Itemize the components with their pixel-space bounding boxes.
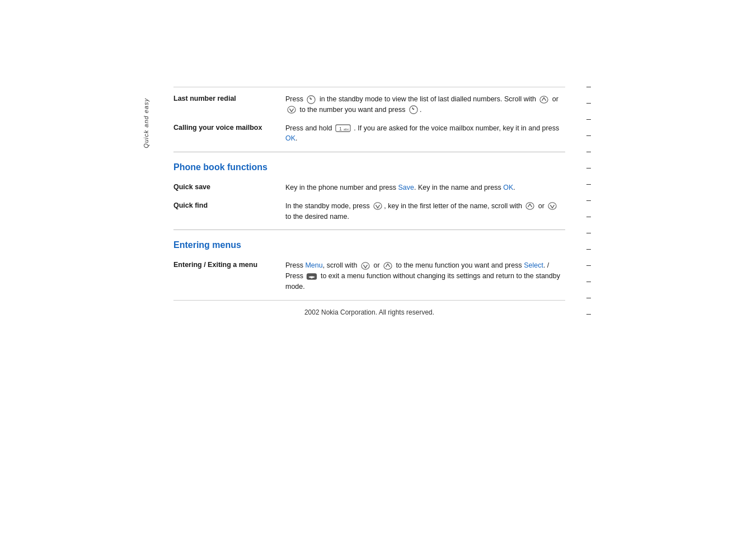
tick-14 [586,298,591,298]
tick-7 [586,184,591,185]
call-icon-2 [408,105,419,114]
tick-6 [586,168,591,168]
scroll-down-icon-3 [547,202,557,210]
quick-find-row: Quick find In the standby mode, press , … [173,201,565,222]
scroll-up-icon-2 [525,202,535,210]
entering-menus-divider [173,229,565,230]
select-link: Select [524,261,543,269]
bottom-divider [173,300,565,301]
top-divider [173,87,565,87]
endcall-icon [306,272,317,281]
ok-link-2: OK [503,184,513,191]
quick-find-desc: In the standby mode, press , key in the … [285,201,565,222]
last-number-redial-row: Last number redial Press in the standby … [173,94,565,115]
scroll-down-icon-2 [373,202,383,210]
scroll-down-icon [287,105,297,114]
last-number-redial-label: Last number redial [173,94,285,102]
entering-exiting-label: Entering / Exiting a menu [173,260,285,269]
quick-save-row: Quick save Key in the phone number and p… [173,182,565,193]
tick-12 [586,265,591,266]
phone-book-heading: Phone book functions [173,162,565,172]
call-icon [306,95,316,104]
entering-exiting-desc: Press Menu, scroll with or to the menu f… [285,260,565,292]
phone-book-section: Quick save Key in the phone number and p… [173,182,565,222]
svg-text:1: 1 [339,126,342,132]
tick-marks [586,87,591,330]
svg-text:abc: abc [344,127,349,131]
entering-menus-heading: Entering menus [173,240,565,250]
calling-voice-mailbox-desc: Press and hold 1 abc . If you are asked … [285,123,565,144]
footer: 2002 Nokia Corporation. All rights reser… [173,308,565,316]
tick-5 [586,152,591,152]
phone-book-divider [173,152,565,152]
ok-link-1: OK [285,134,295,142]
sidebar-label: Quick and easy [143,98,149,148]
page: Quick and easy Last number redial Press [0,0,756,534]
tick-9 [586,217,591,217]
tick-11 [586,249,591,250]
tick-2 [586,103,591,104]
entering-menus-section: Entering / Exiting a menu Press Menu, sc… [173,260,565,292]
tick-4 [586,135,591,136]
menu-link: Menu [305,261,322,269]
tick-8 [586,200,591,201]
quick-functions-section: Last number redial Press in the standby … [173,94,565,144]
tick-13 [586,282,591,282]
tick-3 [586,119,591,120]
quick-find-label: Quick find [173,201,285,209]
tick-1 [586,87,591,87]
voicemail-icon: 1 abc [335,124,351,133]
footer-text: 2002 Nokia Corporation. All rights reser… [304,308,434,316]
calling-voice-mailbox-label: Calling your voice mailbox [173,123,285,132]
scroll-up-icon [539,95,549,104]
quick-save-desc: Key in the phone number and press Save. … [285,182,565,193]
tick-15 [586,314,591,315]
tick-10 [586,233,591,233]
scroll-up-icon-3 [383,261,393,270]
last-number-redial-desc: Press in the standby mode to view the li… [285,94,565,115]
content-area: Last number redial Press in the standby … [173,87,565,316]
entering-exiting-row: Entering / Exiting a menu Press Menu, sc… [173,260,565,292]
scroll-down-icon-4 [360,261,370,270]
calling-voice-mailbox-row: Calling your voice mailbox Press and hol… [173,123,565,144]
quick-save-label: Quick save [173,182,285,191]
save-link: Save [398,184,415,191]
